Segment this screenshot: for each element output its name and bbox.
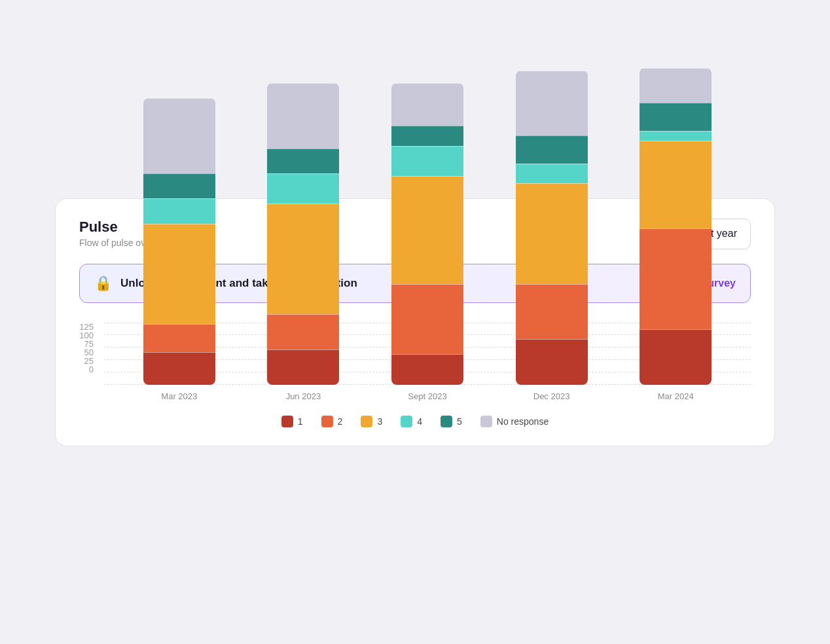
- legend-item: 2: [321, 416, 343, 427]
- bar-segment: [640, 131, 712, 141]
- y-axis-label: 75: [84, 340, 94, 348]
- y-axis-label: 100: [79, 331, 94, 340]
- legend-item: 5: [441, 416, 462, 427]
- bar-segment: [516, 284, 588, 339]
- legend-label: No response: [497, 416, 549, 427]
- legend-label: 1: [298, 416, 303, 427]
- bar-segment: [391, 176, 463, 284]
- chart-area: 0255075100125 Mar 2023Jun 2023Sept 2023D…: [79, 323, 751, 401]
- bar-segment: [640, 228, 712, 329]
- bar-group: [516, 71, 588, 385]
- bar-segment: [391, 126, 463, 146]
- y-axis-label: 0: [89, 365, 94, 374]
- y-axis: 0255075100125: [79, 323, 104, 401]
- legend-color: [361, 416, 372, 427]
- bar-segment: [267, 173, 339, 204]
- legend-item: 1: [281, 416, 303, 427]
- legend-label: 3: [377, 416, 382, 427]
- legend-label: 2: [338, 416, 343, 427]
- bars-grid: [104, 323, 751, 385]
- chart-legend: 12345No response: [79, 416, 751, 427]
- bar-segment: [391, 284, 463, 355]
- bar-segment: [143, 98, 215, 173]
- bar-segment: [267, 314, 339, 349]
- legend-item: 4: [401, 416, 422, 427]
- legend-color: [480, 416, 492, 427]
- bar-segment: [143, 224, 215, 325]
- legend-color: [281, 416, 293, 427]
- bar-segment: [640, 103, 712, 130]
- chart-body: Mar 2023Jun 2023Sept 2023Dec 2023Mar 202…: [104, 323, 751, 401]
- pulse-card: Pulse Flow of pulse over time. Past year…: [55, 198, 775, 446]
- bar-segment: [516, 71, 588, 136]
- bar-segment: [516, 135, 588, 163]
- y-axis-label: 25: [84, 357, 94, 365]
- legend-label: 5: [457, 416, 462, 427]
- legend-item: 3: [361, 416, 382, 427]
- legend-label: 4: [417, 416, 422, 427]
- bar-segment: [143, 324, 215, 351]
- bar-segment: [267, 149, 339, 173]
- bar-group: [391, 83, 463, 385]
- bar-segment: [143, 352, 215, 385]
- bar-segment: [640, 68, 712, 103]
- bar-segment: [143, 173, 215, 198]
- x-axis-label: Dec 2023: [516, 391, 588, 401]
- bar-segment: [267, 83, 339, 149]
- x-axis-label: Mar 2024: [640, 391, 712, 401]
- bar-group: [267, 83, 339, 385]
- bar-segment: [143, 198, 215, 223]
- y-axis-label: 50: [84, 348, 94, 357]
- x-axis-label: Mar 2023: [143, 391, 215, 401]
- bar-segment: [516, 164, 588, 184]
- bar-segment: [267, 349, 339, 385]
- bars-row: [104, 323, 751, 385]
- bar-segment: [516, 339, 588, 384]
- legend-color: [321, 416, 333, 427]
- y-axis-label: 125: [79, 323, 94, 331]
- x-axis-label: Jun 2023: [267, 391, 339, 401]
- bar-group: [640, 68, 712, 385]
- bar-segment: [391, 354, 463, 384]
- x-axis-label: Sept 2023: [391, 391, 463, 401]
- legend-color: [441, 416, 452, 427]
- bar-segment: [516, 183, 588, 284]
- legend-color: [401, 416, 412, 427]
- lock-icon: 🔒: [94, 275, 112, 292]
- legend-item: No response: [480, 416, 549, 427]
- bar-segment: [640, 329, 712, 384]
- bar-segment: [640, 141, 712, 228]
- bar-segment: [391, 83, 463, 126]
- bar-segment: [391, 146, 463, 176]
- bar-group: [143, 98, 215, 385]
- x-labels: Mar 2023Jun 2023Sept 2023Dec 2023Mar 202…: [104, 385, 751, 401]
- bar-segment: [267, 204, 339, 314]
